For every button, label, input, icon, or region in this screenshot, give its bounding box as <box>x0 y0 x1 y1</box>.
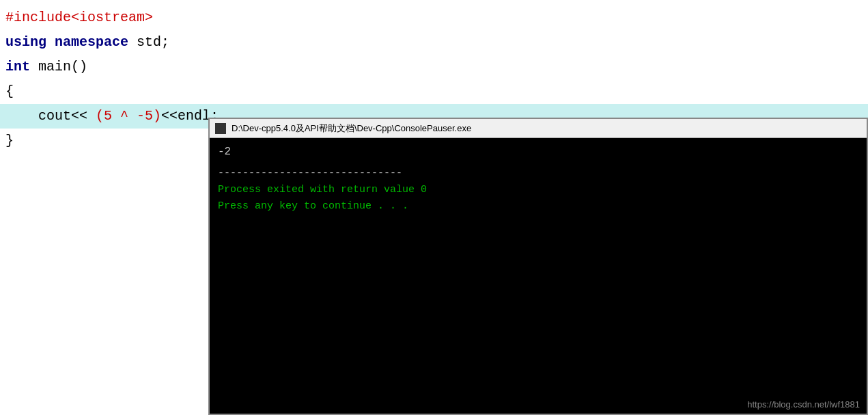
console-title: D:\Dev-cpp5.4.0及API帮助文档\Dev-Cpp\ConsoleP… <box>232 122 471 135</box>
code-line-int-main: int main() <box>0 55 868 79</box>
using-keyword: using namespace <box>5 30 137 55</box>
console-process-line2: Press any key to continue . . . <box>218 198 858 215</box>
code-line-include: #include<iostream> <box>0 5 868 30</box>
std-text: std; <box>137 30 169 55</box>
console-body: -2 ------------------------------ Proces… <box>210 138 867 414</box>
cout-text: cout<< <box>5 104 96 129</box>
int-keyword: int <box>5 55 38 79</box>
open-brace: { <box>5 79 14 104</box>
console-output-value: -2 <box>218 144 858 160</box>
console-window: D:\Dev-cpp5.4.0及API帮助文档\Dev-Cpp\ConsoleP… <box>208 118 868 415</box>
code-line-open-brace: { <box>0 79 868 104</box>
expression-text: (5 ^ -5) <box>96 104 161 129</box>
console-titlebar: D:\Dev-cpp5.4.0及API帮助文档\Dev-Cpp\ConsoleP… <box>210 119 867 138</box>
watermark: https://blog.csdn.net/lwf1881 <box>747 399 860 410</box>
main-text: main() <box>38 55 87 79</box>
console-icon <box>215 123 226 134</box>
close-brace: } <box>5 129 14 153</box>
code-line-using: using namespace std; <box>0 30 868 55</box>
console-separator: ------------------------------ <box>218 165 858 182</box>
include-keyword: #include<iostream> <box>5 5 153 30</box>
console-process-line1: Process exited with return value 0 <box>218 182 858 198</box>
